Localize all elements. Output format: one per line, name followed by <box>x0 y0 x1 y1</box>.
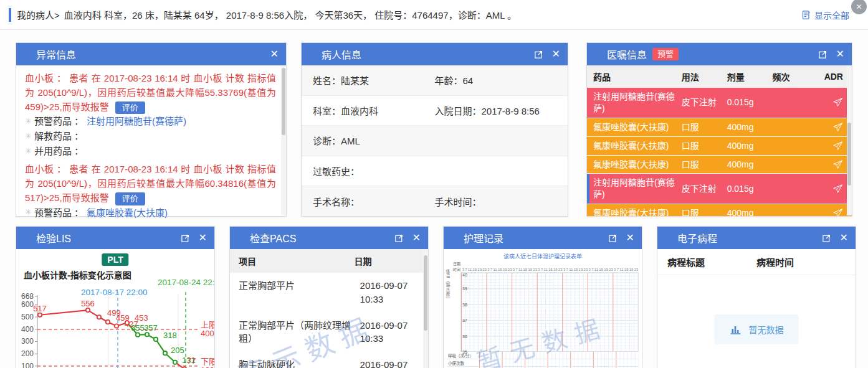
breadcrumb[interactable]: 我的病人> <box>17 8 60 21</box>
hour-label: 7 <box>490 268 492 271</box>
warning-badge: 预警 <box>652 48 679 60</box>
expand-icon[interactable] <box>818 50 827 59</box>
nursing-bottom-row: 小便次数 <box>447 359 639 367</box>
order-adr <box>813 97 846 108</box>
panel-abnormal-header: 异常信息 ✕ <box>16 43 286 65</box>
close-icon[interactable]: ✕ <box>552 49 560 59</box>
scrollbar[interactable] <box>847 66 852 215</box>
scrollbar[interactable] <box>423 250 428 368</box>
order-drug: 氟康唑胶囊(大扶康) <box>593 207 682 216</box>
alert-field-row: ✳预警药品 ：注射用阿糖胞苷(赛德萨) <box>25 114 276 129</box>
svg-text:200: 200 <box>21 349 34 358</box>
expand-icon[interactable] <box>394 234 404 243</box>
hour-label: 11 <box>594 268 598 271</box>
pacs-content: 项目 日期 正常胸部平片2016-09-07 10:33正常胸部平片（两肺纹理增… <box>230 249 428 368</box>
orders-content: 药品 用法 剂量 频次 ADR 注射用阿糖胞苷(赛德萨)皮下注射0.015g氟康… <box>587 65 852 216</box>
close-icon[interactable]: ✕ <box>199 233 207 243</box>
patient-row: 诊断：AML <box>302 126 568 156</box>
pacs-table-header: 项目 日期 <box>230 249 428 273</box>
nursing-chart-title: 该病人近七日体温护理记录表单 <box>444 252 642 260</box>
hour-label: 15 <box>472 268 477 271</box>
hour-label: 23 <box>558 268 563 271</box>
expand-icon[interactable] <box>534 50 543 59</box>
nursing-row-cells <box>479 352 639 359</box>
nursing-hours: 3711151923371115192337111519233711151923… <box>462 268 639 271</box>
pacs-row[interactable]: 胸主动脉硬化2016-09-07 10:33 <box>230 352 428 368</box>
scrollbar-thumb[interactable] <box>424 255 427 331</box>
svg-text:318: 318 <box>163 331 177 340</box>
evaluate-button[interactable]: 评价 <box>115 101 145 115</box>
hour-label: 19 <box>528 268 532 271</box>
pacs-row[interactable]: 正常胸部平片2016-09-07 10:33 <box>230 273 428 313</box>
scrollbar[interactable] <box>281 66 286 215</box>
hour-label: 3 <box>614 268 616 271</box>
abnormal-content: 血小板 ： 患者 在 2017-08-23 16:14 时 血小板 计数 指标值… <box>16 65 286 219</box>
drug-link[interactable]: 注射用阿糖胞苷(赛德萨) <box>87 114 186 129</box>
hour-label: 19 <box>579 268 583 271</box>
hour-label: 7 <box>541 268 543 271</box>
close-icon[interactable]: ✕ <box>270 49 279 59</box>
hour-label: 23 <box>482 268 487 271</box>
temp-label: 38 <box>462 303 467 307</box>
close-icon[interactable]: ✕ <box>840 233 848 243</box>
panel-title: 电子病程 <box>677 230 717 245</box>
top-bar: 我的病人> 血液内科 科室，26 床，陆某某 64岁， 2017-8-9 8:5… <box>0 0 868 30</box>
panel-orders-header: 医嘱信息 预警 ✕ <box>587 43 852 65</box>
alert-text: 血小板 ： 患者 在 2017-08-23 16:14 时 血小板 计数 指标值… <box>25 164 276 203</box>
expand-icon[interactable] <box>181 234 190 243</box>
nursing-row-label: 小便次数 <box>447 360 479 366</box>
scrollbar-thumb[interactable] <box>847 123 851 186</box>
order-route: 口服 <box>682 159 727 171</box>
svg-text:下限: 下限 <box>201 357 214 366</box>
expand-icon[interactable] <box>822 234 831 243</box>
order-dose: 0.015g <box>727 183 773 195</box>
evaluate-button[interactable]: 评价 <box>115 192 145 205</box>
show-all-label: 显示全部 <box>814 9 849 21</box>
send-icon[interactable] <box>832 122 843 133</box>
lis-date-green: 2017-08-24 22:00 <box>158 278 214 287</box>
send-icon[interactable] <box>832 208 843 216</box>
nursing-day-hours: 3711151923 <box>512 268 538 271</box>
spinner-icon: ✳ <box>25 130 32 143</box>
hour-label: 11 <box>518 268 522 271</box>
panel-abnormal-info: 异常信息 ✕ 血小板 ： 患者 在 2017-08-23 16:14 时 血小板… <box>16 42 287 217</box>
nursing-day-hours: 3711151923 <box>613 268 639 271</box>
panel-course: 电子病程 ✕ 病程标题 病程时间 暂无数据 <box>657 226 856 368</box>
expand-icon[interactable] <box>608 234 618 243</box>
close-icon[interactable]: ✕ <box>413 233 421 243</box>
pacs-date: 2016-09-07 10:33 <box>360 279 428 306</box>
send-icon[interactable] <box>832 184 843 194</box>
close-icon[interactable]: ✕ <box>836 49 844 59</box>
close-icon[interactable]: ✕ <box>626 233 634 243</box>
order-row[interactable]: 氟康唑胶囊(大扶康)口服400mg <box>587 137 852 155</box>
svg-text:517: 517 <box>33 304 47 313</box>
send-icon[interactable] <box>832 97 843 108</box>
order-row[interactable]: 氟康唑胶囊(大扶康)口服400mg <box>587 118 852 136</box>
order-row[interactable]: 氟康唑胶囊(大扶康)口服400mg <box>587 156 852 174</box>
send-icon[interactable] <box>832 141 843 151</box>
col-freq: 频次 <box>773 70 813 83</box>
order-row[interactable]: 氟康唑胶囊(大扶康)口服400mg <box>587 204 852 216</box>
svg-text:100: 100 <box>201 366 214 368</box>
spinner-icon: ✳ <box>25 145 32 158</box>
hour-label: 19 <box>503 268 507 271</box>
row-label: 时间 <box>447 267 462 272</box>
pacs-row[interactable]: 正常胸部平片（两肺纹理增粗）2016-09-07 10:33 <box>230 313 428 352</box>
send-icon[interactable] <box>832 159 843 170</box>
order-dose: 400mg <box>727 159 773 171</box>
order-row[interactable]: 注射用阿糖胞苷(赛德萨)皮下注射0.015g <box>587 174 852 204</box>
alert-block: 血小板 ： 患者 在 2017-08-23 16:14 时 血小板 计数 指标值… <box>25 163 276 219</box>
svg-text:355: 355 <box>131 323 145 333</box>
hour-label: 11 <box>493 268 497 271</box>
alert-field-row: ✳解救药品 ： <box>25 129 276 144</box>
patient-field: 过敏药史： <box>313 164 435 177</box>
nursing-day-hours: 3711151923 <box>538 268 563 271</box>
drug-link[interactable]: 氟康唑胶囊(大扶康) <box>87 205 168 219</box>
scrollbar-thumb[interactable] <box>282 68 285 135</box>
panel-title: 病人信息 <box>322 47 361 62</box>
show-all-button[interactable]: 显示全部 <box>801 0 849 29</box>
order-row[interactable]: 注射用阿糖胞苷(赛德萨)皮下注射0.015g <box>587 88 852 118</box>
panel-orders: 医嘱信息 预警 ✕ 药品 用法 剂量 频次 ADR 注射用阿糖胞苷(赛德萨)皮下… <box>586 42 852 217</box>
lis-content: PLT 血小板计数-指标变化示意图 2017-08-24 22:00 2017-… <box>16 249 214 368</box>
hour-label: 19 <box>604 268 608 271</box>
